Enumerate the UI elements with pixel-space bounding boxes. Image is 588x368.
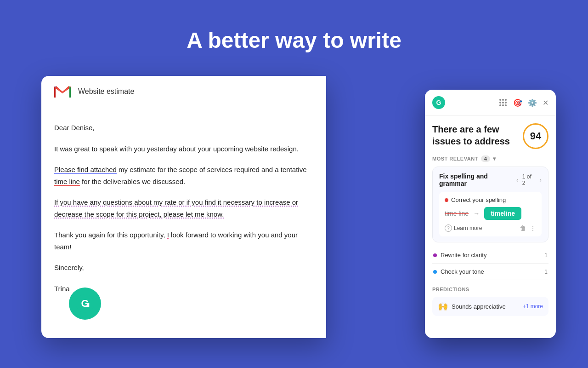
next-arrow-icon[interactable]: › [539,176,542,184]
purple-dot-icon [433,253,437,257]
predictions-section: PREDICTIONS 🙌 Sounds appreciative +1 mor… [432,287,548,316]
grammarly-header-icons: 🎯 ⚙️ ✕ [498,98,548,107]
gmail-para2-mid: my estimate for the scope of services re… [119,166,306,173]
fix-card-title: Fix spelling and grammar [439,172,516,187]
gmail-header: Website estimate [41,76,326,107]
most-relevant-bar: MOST RELEVANT 4 ▾ [432,155,548,162]
chevron-down-icon[interactable]: ▾ [493,155,496,162]
prediction-emoji: 🙌 [438,301,448,311]
check-tone-count: 1 [544,269,548,275]
gmail-logo-icon [54,85,71,98]
gmail-para4: Thank you again for this opportunity, I … [54,229,313,253]
gmail-para4-underline: I [167,231,169,239]
fix-suggestion-text: Correct your spelling [451,196,506,203]
target-icon[interactable]: 🎯 [513,98,522,107]
grammarly-g-icon: G [76,294,94,313]
more-options-icon[interactable]: ⋮ [530,224,536,232]
prediction-row[interactable]: 🙌 Sounds appreciative +1 more [432,297,548,316]
rewrite-clarity-label: Rewrite for clarity [441,252,486,259]
question-icon: ? [445,224,452,232]
issues-header: There are a few issues to address 94 [432,123,548,149]
correct-word-button[interactable]: timeline [484,207,521,220]
rewrite-clarity-row[interactable]: Rewrite for clarity 1 [432,247,548,264]
gmail-para1: It was great to speak with you yesterday… [54,143,313,155]
gmail-subject: Website estimate [78,87,134,96]
prediction-more[interactable]: +1 more [523,303,543,310]
fix-suggestion-box: Correct your spelling time line → timeli… [439,192,542,236]
svg-rect-3 [69,87,71,98]
main-ui-container: Website estimate Dear Denise, It was gre… [41,76,547,338]
gmail-body: Dear Denise, It was great to speak with … [41,107,326,318]
fix-card-nav: ‹ 1 of 2 › [516,173,542,186]
check-tone-row[interactable]: Check your tone 1 [432,264,548,280]
close-icon[interactable]: ✕ [543,98,548,107]
fix-footer-icons: 🗑 ⋮ [520,224,536,232]
rewrite-clarity-left: Rewrite for clarity [433,252,486,259]
grammarly-bottom-logo: G [69,288,101,320]
gmail-panel: Website estimate Dear Denise, It was gre… [41,76,326,338]
grammarly-panel-header: G 🎯 ⚙️ ✕ [425,90,556,116]
gmail-para3: If you have any questions about my rate … [54,196,313,220]
fix-suggestion-label: Correct your spelling [445,196,536,203]
gmail-greeting: Dear Denise, [54,122,313,134]
dismiss-icon[interactable]: 🗑 [520,224,526,232]
fix-card-nav-text: 1 of 2 [522,173,536,186]
prev-arrow-icon[interactable]: ‹ [516,176,519,184]
svg-rect-2 [54,87,56,98]
hero-title: A better way to write [187,28,401,53]
issues-title: There are a few issues to address [432,123,517,147]
check-tone-label: Check your tone [441,268,484,275]
learn-more-link[interactable]: ? Learn more [445,224,482,232]
predictions-title: PREDICTIONS [432,287,548,292]
score-circle: 94 [523,123,548,149]
grid-dots-icon[interactable] [498,98,508,107]
rewrite-clarity-count: 1 [544,252,548,259]
fix-footer: ? Learn more 🗑 ⋮ [445,224,536,232]
fix-correction: time line → timeline [445,207,536,220]
fix-spelling-card: Fix spelling and grammar ‹ 1 of 2 › Corr… [432,167,548,242]
red-dot-icon [445,198,448,202]
settings-icon[interactable]: ⚙️ [528,98,537,107]
learn-more-text: Learn more [454,225,482,231]
grammarly-panel: G 🎯 ⚙️ ✕ There are a few issues to a [425,90,556,338]
gmail-para2-post: for the deliverables we discussed. [82,178,185,185]
gmail-closing: Sincerely, [54,262,313,274]
arrow-right-icon: → [473,210,480,217]
gmail-para2: Please find attached my estimate for the… [54,164,313,187]
grammarly-content: There are a few issues to address 94 MOS… [425,116,556,323]
gmail-para3-text: If you have any questions about my rate … [54,198,298,218]
gmail-timeline-text: time line [54,178,80,185]
most-relevant-count: 4 [481,155,491,162]
most-relevant-label: MOST RELEVANT [432,156,478,161]
prediction-label: Sounds appreciative [452,303,519,310]
blue-dot-icon [433,270,437,274]
grammarly-logo: G [432,96,445,109]
fix-card-header: Fix spelling and grammar ‹ 1 of 2 › [439,172,542,187]
check-tone-left: Check your tone [433,268,484,275]
gmail-attached-text: Please find attached [54,166,117,173]
wrong-word-text: time line [445,210,469,217]
